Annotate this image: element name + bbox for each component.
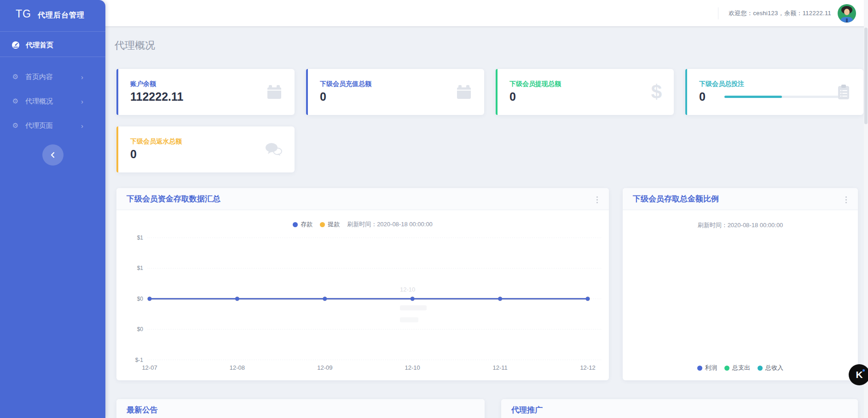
- user-avatar[interactable]: [838, 4, 856, 23]
- panel-title: 最新公告: [127, 405, 158, 415]
- bet-progress-fill: [724, 96, 782, 98]
- agent-promotion-panel: 代理推广: [501, 399, 858, 418]
- legend-item-deposit[interactable]: 存款: [293, 220, 312, 229]
- card-accent-bar: [685, 69, 687, 115]
- page-scrollbar: [864, 0, 868, 418]
- panel-menu-button[interactable]: [843, 195, 850, 205]
- ratio-legend: 利润 总支出 总收入: [623, 364, 858, 372]
- svg-text:12-09: 12-09: [317, 364, 332, 371]
- legend-label: 总收入: [765, 364, 783, 372]
- chart-legend: 存款 提款 刷新时间：2020-08-18 00:00:00: [116, 220, 609, 229]
- card-accent-bar: [116, 126, 118, 172]
- legend-item-income[interactable]: 总收入: [758, 364, 783, 372]
- stat-card-value: 0: [699, 90, 706, 103]
- card-accent-bar: [116, 69, 118, 115]
- stat-card-account-balance: 账户余额 112222.11: [116, 69, 295, 115]
- sidebar-item-home-content[interactable]: ⚙ 首页内容 ›: [0, 66, 105, 87]
- welcome-balance-text: 欢迎您：ceshi123，余额：112222.11: [729, 9, 831, 17]
- deposit-chart-panel: 下级会员资金存取数据汇总 存款 提款 刷新时间：2020-08-18 00:00…: [116, 188, 609, 380]
- legend-label: 存款: [301, 220, 312, 229]
- legend-label: 提款: [328, 220, 340, 229]
- sidebar-item-label: 代理首页: [26, 41, 53, 50]
- svg-text:$-1: $-1: [135, 357, 144, 363]
- svg-text:12-12: 12-12: [580, 364, 595, 371]
- legend-item-expense[interactable]: 总支出: [724, 364, 750, 372]
- panel-menu-button[interactable]: [594, 195, 601, 205]
- clipboard-icon: [836, 84, 851, 100]
- sidebar-collapse-button[interactable]: [42, 144, 64, 166]
- legend-item-withdraw[interactable]: 提款: [320, 220, 340, 229]
- panel-title: 代理推广: [511, 405, 543, 415]
- widget-notification-dot: [862, 369, 865, 372]
- agent-dashboard: 欢迎您：ceshi123，余额：112222.11 TG 代理后台管理 代理首页: [0, 0, 868, 418]
- gear-icon: ⚙: [12, 121, 19, 130]
- sidebar-item-agent-overview[interactable]: ⚙ 代理概况 ›: [0, 91, 105, 112]
- svg-text:12-07: 12-07: [142, 364, 157, 371]
- gear-icon: ⚙: [12, 97, 19, 105]
- logo-short-text: TG: [16, 8, 31, 20]
- svg-text:$0: $0: [137, 296, 144, 302]
- dashboard-icon: [12, 41, 20, 49]
- ratio-chart-panel: 下级会员存取总金额比例 刷新时间：2020-08-18 00:00:00 利润 …: [623, 188, 858, 380]
- svg-text:$0: $0: [137, 326, 144, 332]
- floating-chat-widget-button[interactable]: K: [849, 364, 868, 385]
- legend-dot: [758, 366, 763, 371]
- header-divider: [718, 7, 718, 19]
- sidebar-item-agent-pages[interactable]: ⚙ 代理页面 ›: [0, 115, 105, 136]
- dollar-icon: $: [651, 81, 662, 103]
- legend-label: 利润: [705, 364, 717, 372]
- app-logo[interactable]: TG 代理后台管理: [0, 0, 105, 20]
- legend-dot: [697, 366, 702, 371]
- svg-text:12-08: 12-08: [230, 364, 245, 371]
- stat-card-value: 0: [509, 90, 516, 103]
- avatar-tie: [846, 18, 848, 23]
- calendar-icon: [266, 84, 283, 100]
- legend-item-profit[interactable]: 利润: [697, 364, 717, 372]
- sidebar-item-label: 代理页面: [25, 121, 53, 130]
- sidebar-divider: [0, 57, 105, 57]
- svg-text:$1: $1: [137, 265, 144, 271]
- refresh-time-text: 刷新时间：2020-08-18 00:00:00: [698, 221, 783, 229]
- chevron-left-icon: [50, 152, 56, 158]
- gear-icon: ⚙: [12, 73, 19, 81]
- stat-card-deposit-total: 下级会员充值总额 0: [306, 69, 484, 115]
- panel-header: 下级会员资金存取数据汇总: [116, 188, 609, 210]
- chevron-right-icon: ›: [81, 122, 83, 130]
- logo-title-text: 代理后台管理: [38, 11, 85, 20]
- stat-card-label: 下级会员总投注: [699, 80, 744, 88]
- sidebar-item-label: 首页内容: [25, 73, 53, 81]
- legend-dot: [320, 222, 325, 227]
- sidebar-item-label: 代理概况: [25, 97, 53, 106]
- sidebar-divider: [0, 31, 105, 32]
- svg-text:$1: $1: [137, 235, 144, 241]
- stat-card-label: 账户余额: [130, 80, 156, 88]
- calendar-icon: [456, 84, 472, 100]
- bet-progress-bar: [724, 96, 839, 98]
- stat-card-label: 下级会员返水总额: [130, 137, 182, 146]
- stat-card-rebate-total: 下级会员返水总额 0: [116, 126, 295, 172]
- stat-card-value: 112222.11: [130, 90, 183, 103]
- svg-text:12-10: 12-10: [400, 286, 415, 293]
- panel-header: 下级会员存取总金额比例: [623, 188, 858, 210]
- stat-card-withdraw-total: 下级会员提现总额 0 $: [496, 69, 674, 115]
- card-accent-bar: [306, 69, 308, 115]
- svg-text:12-10: 12-10: [405, 364, 420, 371]
- refresh-time-text: 刷新时间：2020-08-18 00:00:00: [347, 220, 433, 229]
- sidebar-item-agent-home[interactable]: 代理首页: [0, 34, 105, 56]
- panel-header: 最新公告: [116, 399, 485, 418]
- sidebar: TG 代理后台管理 代理首页 ⚙ 首页内容 › ⚙ 代理概况 › ⚙ 代理页: [0, 0, 105, 418]
- stat-card-value: 0: [320, 90, 326, 103]
- chevron-right-icon: ›: [81, 73, 83, 81]
- svg-text:12-11: 12-11: [492, 364, 507, 371]
- widget-label: K: [856, 369, 862, 380]
- card-accent-bar: [496, 69, 498, 115]
- announcements-panel: 最新公告: [116, 399, 485, 418]
- legend-dot: [724, 366, 729, 371]
- scrollbar-thumb[interactable]: [864, 28, 868, 124]
- ratio-refresh-row: 刷新时间：2020-08-18 00:00:00: [623, 221, 858, 229]
- top-header-bar: 欢迎您：ceshi123，余额：112222.11: [0, 0, 868, 26]
- deposit-line-chart: $1$1$0$0$-112-0712-0812-0912-1012-1112-1…: [125, 232, 606, 379]
- chat-icon: [264, 142, 283, 157]
- page-title: 代理概况: [115, 39, 155, 52]
- stat-card-label: 下级会员提现总额: [509, 80, 561, 88]
